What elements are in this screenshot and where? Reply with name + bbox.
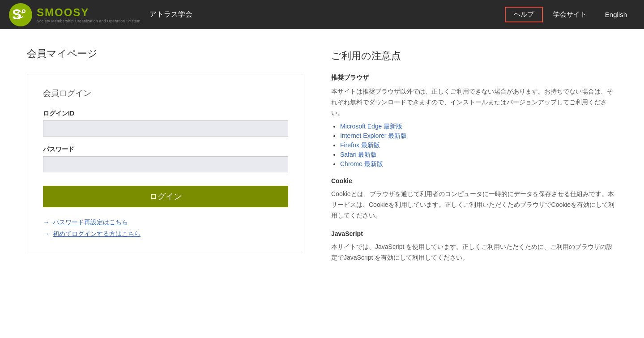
js-section-title: JavaScript [331, 230, 617, 237]
left-column: 会員マイページ 会員ログイン ログインID パスワード ログイン → パスワード… [27, 47, 304, 272]
right-column: ご利用の注意点 推奨ブラウザ 本サイトは推奨ブラウザ以外では、正しくご利用できな… [331, 47, 617, 272]
list-item: Firefox 最新版 [340, 141, 617, 150]
links-area: → パスワード再設定はこちら → 初めてログインする方はこちら [43, 218, 288, 238]
list-item: Microsoft Edge 最新版 [340, 123, 617, 131]
list-item: Chrome 最新版 [340, 160, 617, 168]
cookie-section: Cookie Cookieとは、ブラウザを通じて利用者のコンピュータに一時的にデ… [331, 177, 617, 221]
arrow-icon-2: → [43, 230, 49, 237]
reset-password-link-row: → パスワード再設定はこちら [43, 218, 288, 227]
password-label: パスワード [43, 145, 288, 154]
cookie-section-title: Cookie [331, 177, 617, 184]
smoosy-logo-text: SMOOSY [37, 6, 89, 19]
logo-area: S SMOOSY Society Membership Organization… [9, 3, 505, 26]
browser-safari-link[interactable]: Safari 最新版 [340, 151, 377, 158]
main-content: 会員マイページ 会員ログイン ログインID パスワード ログイン → パスワード… [0, 29, 644, 290]
header-nav: ヘルプ 学会サイト English [505, 7, 635, 22]
smoosy-logo-icon: S [9, 3, 32, 26]
list-item: Internet Explorer 最新版 [340, 132, 617, 140]
logo-text-area: SMOOSY Society Membership Organization a… [37, 6, 141, 23]
svg-point-3 [23, 10, 25, 12]
site-name: アトラス学会 [149, 10, 192, 19]
browser-list: Microsoft Edge 最新版 Internet Explorer 最新版… [331, 123, 617, 168]
browser-edge-link[interactable]: Microsoft Edge 最新版 [340, 123, 402, 130]
svg-point-4 [17, 12, 19, 13]
svg-point-5 [21, 12, 23, 13]
login-section-title: 会員ログイン [43, 88, 288, 98]
browser-section: 推奨ブラウザ 本サイトは推奨ブラウザ以外では、正しくご利用できない場合があります… [331, 74, 617, 168]
browser-firefox-link[interactable]: Firefox 最新版 [340, 141, 380, 149]
society-site-nav-button[interactable]: 学会サイト [545, 8, 595, 21]
browser-ie-link[interactable]: Internet Explorer 最新版 [340, 132, 407, 139]
help-nav-button[interactable]: ヘルプ [505, 7, 543, 22]
english-nav-button[interactable]: English [597, 8, 635, 21]
login-id-input[interactable] [43, 120, 288, 137]
header: S SMOOSY Society Membership Organization… [0, 0, 644, 29]
first-login-link[interactable]: 初めてログインする方はこちら [53, 230, 141, 237]
password-input[interactable] [43, 156, 288, 172]
list-item: Safari 最新版 [340, 151, 617, 159]
arrow-icon-1: → [43, 218, 49, 226]
svg-text:S: S [12, 6, 21, 22]
password-group: パスワード [43, 145, 288, 172]
login-id-group: ログインID [43, 110, 288, 137]
first-login-link-row: → 初めてログインする方はこちら [43, 230, 288, 238]
reset-password-link[interactable]: パスワード再設定はこちら [53, 218, 128, 226]
browser-section-title: 推奨ブラウザ [331, 74, 617, 82]
browser-intro-text: 本サイトは推奨ブラウザ以外では、正しくご利用できない場合があります。お持ちでない… [331, 86, 617, 118]
cookie-body-text: Cookieとは、ブラウザを通じて利用者のコンピュータに一時的にデータを保存させ… [331, 189, 617, 221]
login-id-label: ログインID [43, 110, 288, 118]
page-title: 会員マイページ [27, 47, 304, 60]
js-section: JavaScript 本サイトでは、JavaScript を使用しています。正し… [331, 230, 617, 263]
browser-chrome-link[interactable]: Chrome 最新版 [340, 160, 383, 167]
notes-title: ご利用の注意点 [331, 49, 617, 63]
login-button[interactable]: ログイン [43, 186, 288, 207]
logo-subtitle: Society Membership Organization and Oper… [37, 19, 141, 23]
login-box: 会員ログイン ログインID パスワード ログイン → パスワード再設定はこちら … [27, 74, 304, 254]
js-body-text: 本サイトでは、JavaScript を使用しています。正しくご利用いただくために… [331, 242, 617, 263]
